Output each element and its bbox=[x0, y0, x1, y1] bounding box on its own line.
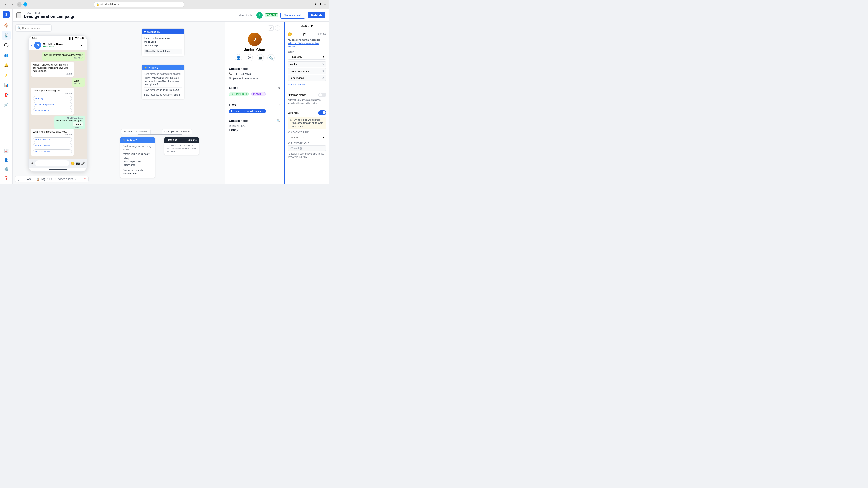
msg-row-1: Can I know more about your services? 4:0… bbox=[31, 52, 85, 62]
phone-value: +1 1234 5678 bbox=[234, 72, 251, 75]
info-link[interactable]: within the 24-hour conversation window. bbox=[287, 42, 319, 48]
contact-field-dropdown[interactable]: Musical Goal ▾ bbox=[287, 135, 327, 140]
chat-contact-info: SleekFlow Demo SleekFlow bbox=[43, 43, 63, 48]
fullscreen-icon[interactable]: ⛶ bbox=[18, 177, 21, 181]
branch-toggle-switch[interactable] bbox=[318, 93, 327, 97]
publish-button[interactable]: Publish bbox=[308, 12, 326, 18]
label-piano: PIANO ✕ bbox=[251, 92, 266, 96]
add-list-icon[interactable]: ⊕ bbox=[277, 103, 280, 107]
action2-node[interactable]: ⚡ Action 2 ⋯ Send Message via Incoming c… bbox=[120, 137, 155, 178]
refresh-icon[interactable]: ↻ bbox=[315, 2, 317, 6]
filter-label: Filtered by bbox=[145, 50, 156, 53]
action2-message: What is your musical goal? bbox=[123, 152, 153, 156]
flow-end-node[interactable]: Flow end Jump to The flow can jump to an… bbox=[164, 137, 199, 155]
zoom-out-icon[interactable]: − bbox=[22, 177, 24, 181]
add-label-icon[interactable]: ⊕ bbox=[277, 86, 280, 90]
hobby-badge: Hobby bbox=[72, 122, 83, 126]
sidebar-item-team[interactable]: 👤 bbox=[2, 156, 11, 164]
private-reply[interactable]: ↩ Private lesson bbox=[33, 137, 72, 142]
phone-input[interactable] bbox=[35, 160, 69, 166]
performance-tag-remove[interactable]: ✕ bbox=[322, 76, 324, 79]
expand-icon[interactable]: ⤢ bbox=[268, 25, 274, 31]
mic-icon[interactable]: 🎤 bbox=[81, 162, 85, 165]
action2-body-label: Send Message via Incoming channel bbox=[123, 144, 153, 151]
close-contact-panel-button[interactable]: ✕ bbox=[275, 25, 280, 31]
performance-reply[interactable]: ↩ Performance bbox=[33, 108, 72, 113]
save-reply-toggle[interactable] bbox=[318, 110, 327, 115]
sidebar-item-broadcast[interactable]: 📡 bbox=[2, 31, 11, 40]
action1-settings-icon[interactable]: ⋯ bbox=[180, 66, 182, 69]
action1-header: ⚡ Action 1 ⋯ bbox=[142, 65, 184, 70]
exam-tag-remove[interactable]: ✕ bbox=[322, 70, 324, 73]
action2-settings-icon[interactable]: ⋯ bbox=[150, 139, 153, 141]
action1-body: Send Message via Incoming channel Hello!… bbox=[142, 70, 184, 99]
phone-mockup: 4:04 ▌▌▌ WiFi 40+ ‹ S SleekFlow Demo bbox=[29, 35, 87, 172]
online-reply[interactable]: ↩ Online lesson bbox=[33, 149, 72, 154]
emoji-icon[interactable]: 😊 bbox=[71, 162, 74, 165]
share-icon[interactable]: ⬆ bbox=[319, 2, 322, 6]
msg-row-3: Jane 4:01 PM ✓ bbox=[31, 78, 85, 88]
sidebar-item-automation[interactable]: ⚡ bbox=[2, 70, 11, 79]
search-fields-icon[interactable]: 🔍 bbox=[277, 119, 280, 123]
save-draft-button[interactable]: Save as draft bbox=[280, 12, 305, 19]
group-reply[interactable]: ↩ Group lesson bbox=[33, 143, 72, 148]
start-node[interactable]: ▶ Start point Triggered by Incoming mess… bbox=[142, 29, 184, 56]
phone-menu-icon[interactable]: ⋯ bbox=[81, 43, 85, 47]
exam-tag: Exam Preparation ✕ bbox=[287, 68, 327, 74]
phone-chat-header: ‹ S SleekFlow Demo SleekFlow ⋯ bbox=[29, 40, 87, 51]
camera-icon[interactable]: 📷 bbox=[76, 162, 80, 165]
sidebar-item-campaigns[interactable]: 🎯 bbox=[2, 90, 11, 99]
sidebar-item-analytics[interactable]: 📊 bbox=[2, 80, 11, 90]
smiley-icon[interactable]: 😊 bbox=[287, 32, 292, 36]
email-icon: ✉ bbox=[229, 77, 231, 80]
exam-reply[interactable]: ↩ Exam Preparation bbox=[33, 102, 72, 107]
zoom-in-icon[interactable]: + bbox=[33, 177, 35, 181]
attach-icon[interactable]: ＋ bbox=[31, 161, 34, 165]
add-button-btn[interactable]: ＋ + Add button bbox=[287, 82, 327, 87]
action2-icon: ⚡ bbox=[123, 138, 126, 141]
hobby-reply[interactable]: ↩ Hobby bbox=[33, 96, 72, 101]
labels-label: Labels bbox=[229, 86, 238, 90]
sidebar-item-commerce[interactable]: 🛒 bbox=[2, 100, 11, 109]
action1-save-variable: Save response as variable {{name}} bbox=[144, 92, 182, 97]
delete-icon[interactable]: 🗑 bbox=[84, 177, 86, 181]
computer-icon-btn[interactable]: 💻 bbox=[256, 54, 264, 61]
undo-icon[interactable]: ↩ bbox=[75, 177, 78, 181]
variable-icon[interactable]: {x} bbox=[303, 32, 307, 36]
new-tab-icon[interactable]: ＋ bbox=[323, 2, 327, 6]
hobby-tag-remove[interactable]: ✕ bbox=[322, 63, 324, 66]
sidebar-item-contacts[interactable]: 👥 bbox=[2, 51, 11, 60]
trigger-label: Triggered by bbox=[144, 37, 158, 39]
url-bar[interactable]: 🔒 beta.sleekflow.io bbox=[94, 2, 184, 7]
back-arrow-button[interactable]: ← bbox=[16, 12, 21, 18]
battery-icon: 40+ bbox=[80, 37, 84, 39]
button-type-value: Quick reply bbox=[289, 56, 302, 58]
sidebar-item-notifications[interactable]: 🔔 bbox=[2, 61, 11, 70]
musical-goal-label: MUSICAL GOAL bbox=[229, 125, 280, 128]
msg-bubble-in-1: Hello! Thank you for your interest in ou… bbox=[31, 62, 74, 76]
log-label[interactable]: Log bbox=[41, 177, 45, 181]
trigger-via: via Whatsapp bbox=[144, 44, 159, 47]
redo-icon[interactable]: ↪ bbox=[79, 177, 82, 181]
forward-button[interactable]: › bbox=[10, 2, 16, 7]
sidebar-item-settings[interactable]: ⚙️ bbox=[2, 164, 11, 173]
phone-back-icon[interactable]: ‹ bbox=[31, 43, 32, 47]
sidebar-item-messages[interactable]: 💬 bbox=[2, 41, 11, 50]
back-button[interactable]: ‹ bbox=[3, 2, 8, 7]
bag-icon-btn[interactable]: 🛍 bbox=[246, 54, 253, 61]
home-bar bbox=[49, 169, 67, 170]
action1-node[interactable]: ⚡ Action 1 ⋯ Send Message via Incoming c… bbox=[142, 65, 184, 99]
phone-field: 📞 +1 1234 5678 bbox=[229, 72, 280, 75]
phone-icon: 📞 bbox=[229, 72, 232, 75]
attach-icon-btn[interactable]: 📎 bbox=[268, 54, 275, 61]
sidebar-item-reports[interactable]: 📈 bbox=[2, 147, 11, 156]
sidebar-item-home[interactable]: 🏠 bbox=[2, 21, 11, 30]
person-icon-btn[interactable]: 👤 bbox=[235, 54, 242, 61]
canvas-area[interactable]: 🔍 + + + bbox=[13, 22, 225, 184]
search-input[interactable] bbox=[22, 27, 47, 29]
button-type-dropdown[interactable]: Quick reply ▾ bbox=[287, 54, 327, 60]
log-icon[interactable]: 📋 bbox=[36, 178, 39, 181]
sidebar-bottom: 📈 👤 ⚙️ ❓ bbox=[2, 147, 11, 183]
add-button-label: + Add button bbox=[291, 83, 305, 86]
sidebar-item-help[interactable]: ❓ bbox=[2, 173, 11, 183]
